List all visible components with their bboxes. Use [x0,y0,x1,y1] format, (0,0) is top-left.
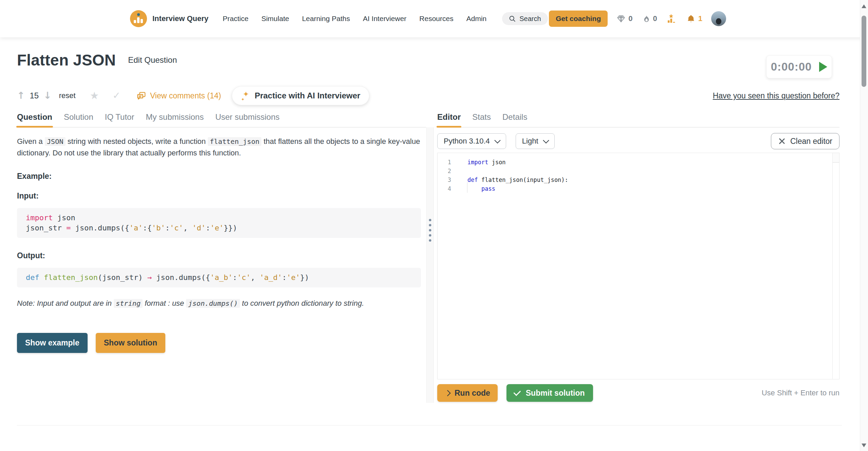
diamond-icon [616,14,626,23]
get-coaching-button[interactable]: Get coaching [549,11,608,27]
submit-solution-button[interactable]: Submit solution [506,384,593,402]
run-code-label: Run code [455,389,490,398]
code-line: def flatten_json(json_str) → json.dumps(… [26,273,412,283]
editor-actions: Run code Submit solution Use Shift + Ent… [437,384,839,402]
code-editor[interactable]: 1 2 3 4 import json def flatten_json(inp… [437,153,839,379]
tab-user-submissions[interactable]: User submissions [215,112,279,122]
tab-solution[interactable]: Solution [64,112,93,122]
view-comments-link[interactable]: View comments (14) [137,91,221,100]
submit-solution-label: Submit solution [526,389,585,398]
tab-question[interactable]: Question [17,112,52,122]
editor-toolbar: Python 3.10.4 Light Clean editor [437,133,839,149]
downvote-button[interactable]: ↓ [43,91,51,100]
logo-bar-icon [134,20,136,23]
theme-select[interactable]: Light [516,133,555,149]
leaderboard-star-icon [666,14,676,24]
scrollbar-thumb[interactable] [862,16,866,87]
line-number: 2 [438,167,451,175]
code-line: import json [26,213,412,223]
show-example-button[interactable]: Show example [17,333,88,353]
chevron-down-icon [494,137,500,143]
run-code-button[interactable]: Run code [437,384,498,402]
scroll-down-arrow-icon[interactable] [862,444,866,447]
code-line: json_str = json.dumps({'a':{'b':'c', 'd'… [26,223,412,233]
nav-item-practice[interactable]: Practice [223,15,248,23]
search-label: Search [519,15,541,23]
scroll-up-arrow-icon[interactable] [862,4,866,8]
mark-complete-icon[interactable]: ✓ [112,91,120,100]
example-label: Example: [17,171,421,181]
search-button[interactable]: Search [502,12,548,25]
nav-item-admin[interactable]: Admin [466,15,487,23]
vote-count: 15 [30,91,39,100]
drag-dots-icon [429,219,431,242]
check-icon [513,389,521,396]
clean-editor-button[interactable]: Clean editor [771,133,839,149]
editor-panel: Editor Stats Details Python 3.10.4 Light… [437,112,839,408]
editor-line: pass [467,184,839,193]
page: Interview Query Practice Simulate Learni… [0,0,868,451]
editor-scrollbar-thumb[interactable] [833,153,839,163]
upvote-button[interactable]: ↑ [17,91,25,100]
shortcut-hint: Use Shift + Enter to run [762,389,839,397]
editor-code[interactable]: import json def flatten_json(input_json)… [455,153,839,379]
edit-question-link[interactable]: Edit Question [128,55,177,65]
iq-logo[interactable] [130,10,147,27]
flame-icon [642,14,650,23]
tab-details[interactable]: Details [502,112,527,122]
editor-line: def flatten_json(input_json): [467,175,839,184]
notifications-button[interactable]: 1 [686,14,702,23]
comments-icon [137,91,146,100]
brand-name[interactable]: Interview Query [152,14,208,23]
nav-item-learning-paths[interactable]: Learning Paths [302,15,350,23]
editor-line: import json [467,158,839,167]
bottom-divider [17,425,842,426]
top-nav: Interview Query Practice Simulate Learni… [0,0,868,37]
logo-bar-icon [137,17,140,23]
gems-count: 0 [628,14,632,23]
leaderboard-button[interactable] [666,14,676,24]
line-number-gutter: 1 2 3 4 [438,153,455,379]
practice-ai-interviewer-button[interactable]: ✦ ✦ Practice with AI Interviewer [232,86,369,105]
nav-item-ai-interviewer[interactable]: AI Interviewer [363,15,406,23]
editor-scrollbar[interactable] [832,153,839,379]
logo-dot-icon [137,13,140,16]
avatar[interactable] [711,11,726,26]
editor-line [467,167,839,175]
nav-left: Interview Query Practice Simulate Learni… [130,10,548,27]
seen-before-link[interactable]: Have you seen this question before? [713,91,839,100]
play-icon[interactable] [819,62,827,72]
view-comments-label: View comments (14) [150,91,221,100]
timer-value: 0:00:00 [771,60,812,73]
meta-row: ↑ 15 ↓ reset ★ ✓ View comments (14) ✦ ✦ … [17,87,839,105]
streak-counter[interactable]: 0 [642,14,657,23]
notification-count: 1 [698,14,702,23]
question-panel: Given a JSON string with nested objects,… [17,136,421,353]
bookmark-star-icon[interactable]: ★ [90,91,99,101]
panel-resize-handle[interactable] [426,127,434,403]
language-select[interactable]: Python 3.10.4 [437,133,506,149]
chevron-down-icon [543,137,549,143]
input-code-block: import json json_str = json.dumps({'a':{… [17,208,421,238]
tab-iq-tutor[interactable]: IQ Tutor [105,112,134,122]
tab-editor[interactable]: Editor [437,112,461,122]
reset-vote-button[interactable]: reset [59,91,76,100]
output-label: Output: [17,251,421,260]
gems-counter[interactable]: 0 [616,14,632,23]
nav-item-resources[interactable]: Resources [419,15,453,23]
tab-my-submissions[interactable]: My submissions [146,112,204,122]
input-label: Input: [17,191,421,201]
question-description: Given a JSON string with nested objects,… [17,136,421,158]
close-icon [778,137,786,145]
editor-tabs: Editor Stats Details [437,112,839,128]
theme-value: Light [522,137,538,146]
title-row: Flatten JSON Edit Question [17,51,177,69]
tab-stats[interactable]: Stats [472,112,491,122]
output-code-block: def flatten_json(json_str) → json.dumps(… [17,268,421,287]
nav-item-simulate[interactable]: Simulate [261,15,289,23]
show-solution-button[interactable]: Show solution [96,333,165,353]
line-number: 1 [438,158,451,167]
practice-ai-label: Practice with AI Interviewer [255,91,360,100]
window-scrollbar[interactable] [860,0,868,451]
logo-bar-icon [141,19,143,23]
